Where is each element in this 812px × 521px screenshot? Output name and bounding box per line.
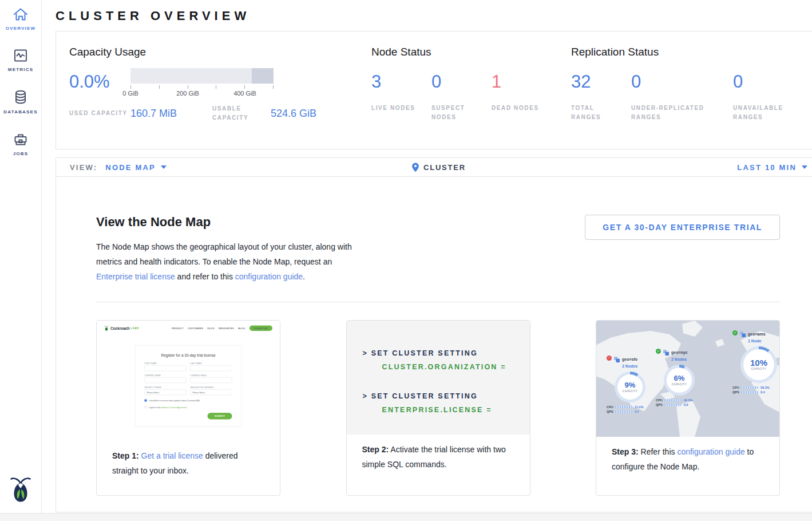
step1-screenshot: Cockroach LABS PRODUCT CUSTOMERS DOCS RE…: [97, 321, 280, 441]
step1-caption: Step 1: Get a trial license delivered st…: [97, 441, 280, 478]
dead-status-icon: !: [607, 356, 612, 361]
configuration-guide-link-2[interactable]: configuration guide: [677, 447, 744, 456]
capacity-gauge: 10%CAPACITY: [740, 346, 777, 383]
usable-capacity-value: 524.6 GiB: [271, 108, 316, 120]
last-name-field: [191, 365, 232, 371]
nodes-icon: [739, 331, 746, 338]
tick-label-200: 200 GiB: [176, 90, 199, 97]
license-agreement-link: Software License Agreement.: [161, 406, 188, 408]
last-name-label: LAST NAME: [191, 362, 232, 364]
nav-product: PRODUCT: [172, 327, 184, 329]
sidebar-item-jobs[interactable]: JOBS: [13, 132, 29, 156]
sql-prompt: >: [363, 392, 369, 400]
usable-capacity-label: USABLE CAPACITY: [212, 104, 271, 123]
node-status-section: Node Status 3 LIVE NODES 0 SUSPECT NODES…: [371, 46, 571, 149]
under-replicated-ranges-stat: 0 UNDER-REPLICATED RANGES: [631, 68, 733, 122]
company-name-field: [145, 377, 187, 383]
step3-card: ! geo=sfo2 Nodes 9%CAPACITY CPU11.0% QPS…: [596, 320, 780, 496]
suspect-nodes-label: SUSPECT NODES: [431, 104, 486, 122]
total-ranges-stat: 32 TOTAL RANGES: [571, 68, 631, 122]
sql-arg-organization: CLUSTER.ORGANIZATION =: [363, 360, 530, 374]
get-trial-license-link[interactable]: Get a trial license: [141, 451, 203, 460]
capacity-usage-title: Capacity Usage: [69, 46, 371, 58]
home-icon: [13, 7, 29, 22]
submit-button: SUBMIT: [208, 413, 232, 420]
live-nodes-value: 3: [371, 68, 431, 98]
step2-label: Step 2:: [362, 445, 389, 454]
project-phase-label: PROJECT PHASE: [145, 386, 187, 388]
node-map-description: The Node Map shows the geographical layo…: [96, 239, 365, 284]
map-pin-icon: [411, 163, 419, 172]
sidebar-item-label: JOBS: [13, 151, 29, 156]
step2-code-block: > SET CLUSTER SETTING CLUSTER.ORGANIZATI…: [347, 321, 530, 435]
sidebar-item-label: OVERVIEW: [6, 26, 36, 31]
suspect-nodes-value: 0: [431, 68, 492, 98]
capacity-bar: 0 GiB 200 GiB 400 GiB: [130, 68, 274, 98]
under-replicated-ranges-label: UNDER-REPLICATED RANGES: [631, 104, 726, 122]
capacity-gauge: 9%CAPACITY: [615, 372, 645, 402]
total-ranges-label: TOTAL RANGES: [571, 104, 625, 122]
view-mode-dropdown[interactable]: NODE MAP: [105, 163, 167, 172]
suspect-nodes-stat: 0 SUSPECT NODES: [431, 68, 492, 122]
company-name-label: COMPANY NAME: [145, 374, 187, 376]
time-range-value: LAST 10 MIN: [737, 163, 797, 172]
section-divider: [96, 302, 780, 302]
capacity-gauge: 6%CAPACITY: [664, 365, 695, 396]
metrics-icon: [13, 48, 29, 63]
node-map-panel: View the Node Map The Node Map shows the…: [56, 177, 812, 512]
dead-nodes-stat: 1 DEAD NODES: [492, 68, 552, 122]
cpu-bar: [664, 399, 682, 401]
capacity-bar-reserved: [252, 68, 274, 84]
briefcase-icon: [13, 132, 29, 147]
capacity-used-percent: 0.0%: [69, 68, 130, 90]
tick-label-400: 400 GiB: [233, 90, 256, 97]
node-locality-ams: ✓ geo=ams1 Node 10%CAPACITY CPU58.3% QPS…: [732, 330, 779, 394]
enterprise-trial-license-link[interactable]: Enterprise trial license: [96, 272, 175, 281]
cluster-summary-card: Capacity Usage 0.0% 0 GiB 200 GiB 400 Gi…: [56, 31, 812, 149]
chevron-down-icon: [802, 165, 807, 169]
qps-bar: [741, 391, 758, 393]
step2-caption: Step 2: Activate the trial license with …: [347, 435, 530, 472]
description-text: .: [303, 272, 305, 281]
sidebar-item-label: METRICS: [8, 67, 33, 72]
nav-docs: DOCS: [208, 327, 215, 329]
unavailable-ranges-value: 0: [733, 68, 807, 98]
first-name-label: FIRST NAME: [145, 362, 187, 364]
form-title: Register for a 30-day trial license: [145, 353, 232, 358]
used-capacity-value: 160.7 MiB: [130, 108, 212, 120]
description-text: The Node Map shows the geographical layo…: [96, 242, 352, 266]
download-button: DOWNLOAD: [249, 325, 272, 331]
first-name-field: [145, 365, 187, 371]
enterprise-trial-button[interactable]: GET A 30-DAY ENTERPRISE TRIAL: [585, 215, 780, 240]
sidebar-item-metrics[interactable]: METRICS: [8, 48, 33, 72]
content-area: CLUSTER OVERVIEW Capacity Usage 0.0% 0 G…: [42, 0, 812, 513]
sql-arg-license: ENTERPRISE.LICENSE =: [363, 403, 530, 417]
license-agree-label: I agree to the: [149, 406, 161, 408]
sidebar-item-overview[interactable]: OVERVIEW: [6, 7, 36, 31]
database-icon: [13, 89, 29, 105]
nav-customers: CUSTOMERS: [188, 327, 203, 329]
live-nodes-label: LIVE NODES: [371, 104, 426, 113]
live-nodes-stat: 3 LIVE NODES: [371, 68, 431, 122]
nodes-icon: [613, 356, 620, 363]
nav-blog: BLOG: [238, 327, 245, 329]
time-range-dropdown[interactable]: LAST 10 MIN: [737, 163, 807, 172]
node-map-preview: ! geo=sfo2 Nodes 9%CAPACITY CPU11.0% QPS…: [596, 321, 779, 437]
scope-value: CLUSTER: [423, 163, 466, 172]
step2-card: > SET CLUSTER SETTING CLUSTER.ORGANIZATI…: [346, 320, 530, 496]
cockroachdb-logo: [9, 475, 32, 505]
configuration-guide-link[interactable]: configuration guide: [235, 272, 303, 281]
cpu-bar: [615, 406, 632, 408]
node-status-title: Node Status: [371, 46, 571, 58]
replication-status-section: Replication Status 32 TOTAL RANGES 0 UND…: [571, 46, 807, 149]
used-capacity-label: USED CAPACITY: [69, 109, 130, 118]
sidebar-item-databases[interactable]: DATABASES: [3, 89, 37, 115]
view-toolbar: VIEW: NODE MAP CLUSTER LAST 10 MIN: [56, 157, 812, 177]
company-email-field: [191, 377, 232, 383]
tick-label-0: 0 GiB: [122, 90, 138, 97]
sidebar-item-label: DATABASES: [3, 109, 37, 115]
node-locality-sfo: ! geo=sfo2 Nodes 9%CAPACITY CPU11.0% QPS…: [607, 355, 656, 414]
company-email-label: COMPANY EMAIL: [191, 374, 232, 376]
under-replicated-ranges-value: 0: [631, 68, 733, 98]
dead-nodes-label: DEAD NODES: [492, 104, 546, 113]
